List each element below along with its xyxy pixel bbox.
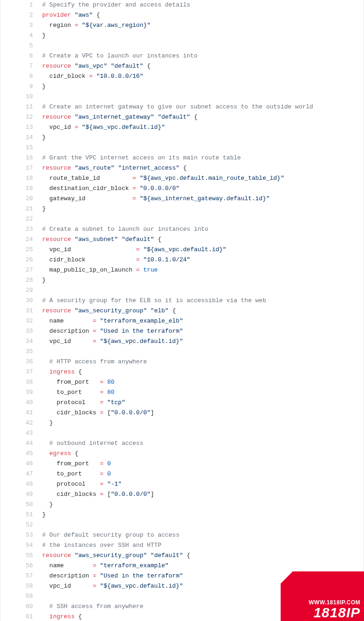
code-line: 18 route_table_id = "${aws_vpc.default.m… [0,173,364,184]
line-content[interactable]: vpc_id = "${aws_vpc.default.id}" [38,336,364,347]
line-content[interactable]: resource "aws_vpc" "default" { [38,61,364,71]
line-content[interactable]: resource "aws_internet_gateway" "default… [38,112,364,122]
line-content[interactable] [38,428,364,438]
line-content[interactable]: # Create an internet gateway to give our… [38,102,364,112]
line-number: 1 [0,0,38,10]
line-content[interactable]: to_port = 0 [38,469,364,479]
line-content[interactable]: } [38,133,364,143]
line-content[interactable]: map_public_ip_on_launch = true [38,265,364,275]
line-content[interactable]: # outbound internet access [38,438,364,449]
line-content[interactable]: vpc_id = "${aws_vpc.default.id}" [38,245,364,255]
line-content[interactable]: } [38,500,364,510]
line-number: 4 [0,31,38,41]
code-line: 44 # outbound internet access [0,438,364,449]
code-line: 8 cidr_block = "10.0.0.0/16" [0,71,364,82]
code-line: 1# Specify the provider and access detai… [0,0,364,10]
line-content[interactable]: destination_cidr_block = "0.0.0.0/0" [38,184,364,194]
line-number: 29 [0,285,38,296]
line-number: 7 [0,61,38,71]
code-line: 3 region = "${var.aws_region}" [0,20,364,31]
line-content[interactable] [38,591,364,602]
code-line: 40 protocol = "tcp" [0,398,364,408]
line-content[interactable]: cidr_blocks = ["0.0.0.0/0"] [38,408,364,418]
line-number: 58 [0,581,38,591]
line-number: 16 [0,153,38,163]
line-content[interactable]: # Specify the provider and access detail… [38,0,364,10]
line-content[interactable]: protocol = "tcp" [38,398,364,408]
code-line: 13 vpc_id = "${aws_vpc.default.id}" [0,122,364,133]
line-content[interactable]: } [38,275,364,285]
line-content[interactable] [38,92,364,102]
line-content[interactable]: ingress { [38,612,364,621]
line-number: 49 [0,489,38,500]
code-line: 39 to_port = 80 [0,387,364,398]
line-content[interactable]: resource "aws_security_group" "default" … [38,551,364,561]
line-content[interactable]: # Grant the VPC internet access on its m… [38,153,364,163]
line-content[interactable]: } [38,510,364,520]
line-content[interactable]: route_table_id = "${aws_vpc.default.main… [38,173,364,184]
line-content[interactable] [38,285,364,296]
line-content[interactable] [38,143,364,153]
code-line: 23# Create a subnet to launch our instan… [0,224,364,234]
line-number: 18 [0,173,38,184]
line-content[interactable]: resource "aws_route" "internet_access" { [38,163,364,173]
line-content[interactable]: description = "Used in the terraform" [38,571,364,581]
code-line: 61 ingress { [0,612,364,621]
line-content[interactable]: # SSH access from anywhere [38,602,364,612]
code-line: 17resource "aws_route" "internet_access"… [0,163,364,173]
line-number: 45 [0,449,38,459]
line-content[interactable]: cidr_blocks = ["0.0.0.0/0"] [38,489,364,500]
line-number: 24 [0,234,38,245]
line-content[interactable]: cidr_block = "10.0.0.0/16" [38,71,364,82]
line-content[interactable] [38,214,364,224]
line-content[interactable]: resource "aws_subnet" "default" { [38,234,364,245]
line-number: 13 [0,122,38,133]
line-content[interactable] [38,520,364,530]
line-content[interactable]: provider "aws" { [38,10,364,20]
line-content[interactable]: vpc_id = "${aws_vpc.default.id}" [38,122,364,133]
line-content[interactable] [38,347,364,357]
line-content[interactable]: } [38,31,364,41]
code-viewer: 1# Specify the provider and access detai… [0,0,364,621]
line-content[interactable]: to_port = 80 [38,387,364,398]
line-content[interactable]: # HTTP access from anywhere [38,357,364,367]
line-content[interactable]: name = "terraform_example" [38,561,364,571]
code-line: 31resource "aws_security_group" "elb" { [0,306,364,316]
line-content[interactable]: from_port = 80 [38,377,364,387]
line-number: 14 [0,133,38,143]
line-content[interactable]: # Our default security group to access [38,530,364,540]
line-content[interactable]: vpc_id = "${aws_vpc.default.id}" [38,581,364,591]
line-number: 43 [0,428,38,438]
line-content[interactable]: resource "aws_security_group" "elb" { [38,306,364,316]
line-content[interactable]: protocol = "-1" [38,479,364,489]
line-content[interactable]: # Create a subnet to launch our instance… [38,224,364,234]
code-line: 36 # HTTP access from anywhere [0,357,364,367]
line-content[interactable] [38,41,364,51]
code-line: 22 [0,214,364,224]
line-content[interactable]: ingress { [38,367,364,377]
line-content[interactable]: gateway_id = "${aws_internet_gateway.def… [38,194,364,204]
line-content[interactable]: # Create a VPC to launch our instances i… [38,51,364,61]
line-number: 17 [0,163,38,173]
code-line: 37 ingress { [0,367,364,377]
line-content[interactable]: cidr_block = "10.0.1.0/24" [38,255,364,265]
code-line: 21} [0,204,364,214]
line-content[interactable]: } [38,204,364,214]
line-content[interactable]: region = "${var.aws_region}" [38,20,364,31]
line-content[interactable]: } [38,82,364,92]
line-content[interactable]: from_port = 0 [38,459,364,469]
code-line: 2provider "aws" { [0,10,364,20]
line-content[interactable]: description = "Used in the terraform" [38,326,364,336]
line-number: 53 [0,530,38,540]
line-content[interactable]: # the instances over SSH and HTTP [38,540,364,551]
code-line: 7resource "aws_vpc" "default" { [0,61,364,71]
line-content[interactable]: # A security group for the ELB so it is … [38,296,364,306]
code-line: 58 vpc_id = "${aws_vpc.default.id}" [0,581,364,591]
line-number: 6 [0,51,38,61]
code-line: 30# A security group for the ELB so it i… [0,296,364,306]
line-content[interactable]: name = "terraform_example_elb" [38,316,364,326]
line-number: 50 [0,500,38,510]
line-content[interactable]: } [38,418,364,428]
code-line: 51} [0,510,364,520]
line-content[interactable]: egress { [38,449,364,459]
